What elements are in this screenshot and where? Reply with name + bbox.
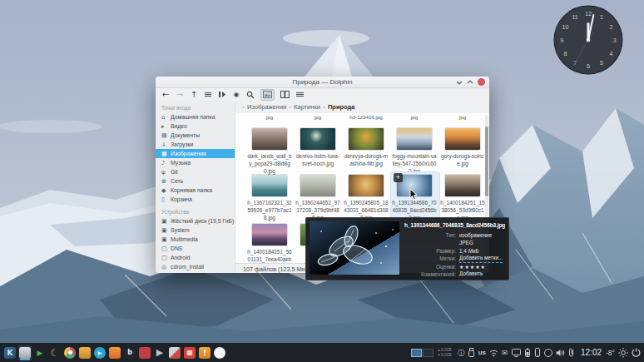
clipped-filename: jpg — [247, 114, 292, 121]
devices-header: Устройства — [161, 209, 235, 215]
keyboard-layout[interactable]: us — [478, 349, 486, 357]
svg-text:3: 3 — [613, 37, 617, 44]
git-icon: ψ — [161, 169, 171, 176]
breadcrumb-pictures[interactable]: Изображения — [247, 103, 286, 111]
app-launcher-icon[interactable]: K — [3, 345, 17, 360]
flame-doc-icon[interactable] — [108, 345, 121, 360]
sidebar-item-home[interactable]: ⌂Домашняя папка — [156, 112, 235, 121]
sidebar-item-documents[interactable]: ▤Документы — [156, 131, 235, 140]
sidebar-item-git[interactable]: ψGit — [156, 167, 235, 176]
pdf-app-icon[interactable] — [138, 345, 151, 360]
file-item[interactable]: derevya-doroga-mashina-filtr.jpg — [344, 128, 389, 167]
usb-tray-icon[interactable] — [468, 348, 475, 357]
phone-tray-icon[interactable] — [534, 348, 542, 357]
back-icon[interactable]: ← — [161, 90, 170, 100]
sidebar-item-downloads[interactable]: ↓Загрузки — [156, 140, 235, 149]
warning-app-icon[interactable]: ! — [198, 345, 211, 360]
up-icon[interactable]: ↑ — [190, 90, 198, 100]
sidebar-item-android[interactable]: ▢Android — [156, 253, 235, 262]
disk-icon: ▣ — [161, 227, 171, 234]
breadcrumb-kartinki[interactable]: Картинки — [294, 103, 320, 111]
mail-tray-icon[interactable]: ✉ — [501, 349, 508, 357]
screwdriver-icon[interactable] — [168, 345, 181, 360]
toolbar: ← → ↑ ◉ — [156, 88, 489, 101]
device-icon: ▢ — [161, 245, 171, 252]
sidebar-item-harddisk[interactable]: ▣Жёсткий диск (19,5 ГиБ) — [156, 216, 235, 226]
file-item[interactable]: foggy-mountain-valley-547-2560x1600.jpg — [392, 128, 437, 175]
mouse-cursor — [409, 189, 419, 201]
desktop-2[interactable] — [423, 349, 433, 357]
file-item[interactable]: h_1390245805_1843031_66481d3088.jpg — [344, 175, 389, 221]
file-item[interactable]: h_1400184251_5601131_7eea40aeb2.jpg — [247, 224, 292, 263]
crescent-app-icon[interactable]: ☾ — [48, 345, 62, 360]
menu-icon[interactable] — [295, 90, 304, 100]
basket-app-icon[interactable] — [78, 345, 92, 360]
split-view-icon[interactable] — [218, 90, 226, 100]
brightness-sun-icon[interactable] — [618, 348, 628, 358]
chromium-icon[interactable] — [63, 345, 77, 360]
network-speed-monitor[interactable]: ▴ 0.00B ▾ 0.00B — [438, 348, 451, 357]
close-button[interactable] — [478, 78, 485, 86]
task-file-manager-icon[interactable] — [18, 345, 32, 360]
desktop-1[interactable] — [411, 349, 422, 357]
lamp-app-icon[interactable] — [213, 345, 226, 360]
sidebar-item-videos[interactable]: ▸Видео — [156, 121, 235, 131]
details-view-icon[interactable] — [204, 90, 212, 100]
sidebar-item-network[interactable]: ⊕Сеть — [156, 176, 235, 186]
display-tray-icon[interactable] — [512, 349, 521, 357]
thumbnails-toggle-icon[interactable] — [260, 89, 275, 101]
volume-tray-icon[interactable] — [556, 349, 565, 357]
maximize-button[interactable] — [467, 79, 473, 86]
telegram-icon[interactable]: ▶ — [93, 345, 107, 360]
power-icon[interactable] — [632, 348, 641, 357]
network-icon: ⊕ — [161, 178, 171, 185]
document-icon: ▤ — [161, 132, 171, 139]
wifi-tray-icon[interactable] — [489, 349, 498, 357]
places-panel: Точки входа ⌂Домашняя папка ▸Видео ▤Доку… — [156, 101, 235, 273]
add-tags-link[interactable]: Добавить метки... — [459, 255, 503, 263]
send-arrow-icon[interactable]: ▶ — [153, 345, 166, 360]
clipboard-tray-icon[interactable] — [567, 348, 575, 357]
sidebar-item-system[interactable]: ▣System — [156, 226, 235, 235]
file-item[interactable]: dark_lands_wall_by_popa29-d8id8g0.jpg — [247, 128, 292, 175]
sidebar-item-trash[interactable]: ▯Корзина — [156, 195, 235, 204]
forward-icon[interactable]: → — [176, 90, 184, 100]
clipped-filename: jpg — [440, 114, 485, 121]
clipped-filename: hd-123416.jpg — [344, 114, 389, 121]
sidebar-item-dns[interactable]: ▢DNS — [156, 244, 235, 253]
breadcrumb-priroda[interactable]: Природа — [328, 103, 355, 111]
file-item[interactable]: derevo-holm-luna-svet-noch.jpg — [295, 128, 340, 167]
file-item[interactable]: h_1400184251_1538056_53d9f80c1e.jpg — [440, 175, 485, 221]
rating-label: Оценка: — [404, 263, 456, 271]
weather-temperature[interactable]: -8° — [606, 349, 615, 357]
updates-ok-tray-icon[interactable]: ✓ — [544, 349, 552, 357]
sidebar-item-multimedia[interactable]: ▣Multimedia — [156, 235, 235, 244]
titlebar[interactable]: Природа — Dolphin — [156, 77, 489, 88]
sidebar-item-root[interactable]: ◆Корневая папка — [156, 186, 235, 195]
media-player-icon[interactable]: ▶ — [33, 345, 47, 360]
info-tray-icon[interactable]: ⓘ — [458, 349, 465, 357]
database-coin-icon[interactable]: b — [123, 345, 136, 360]
search-icon[interactable] — [246, 90, 255, 100]
select-toggle-button[interactable]: + — [394, 173, 403, 182]
sidebar-item-pictures[interactable]: ▦Изображения — [156, 149, 235, 158]
file-item[interactable]: h_1367162321_3259926_e977b7ac18.jpg — [247, 175, 292, 221]
sidebar-item-cdrom[interactable]: ◎cdrom_install — [156, 262, 235, 271]
scrollbar-thumb[interactable] — [485, 126, 488, 196]
minimize-button[interactable] — [456, 79, 463, 86]
battery-tray-icon[interactable] — [523, 348, 531, 357]
preview-icon[interactable]: ◉ — [232, 90, 240, 100]
file-item[interactable]: h_1390244652_9717208_379d9bf488.jpg — [295, 175, 340, 221]
thumbnail — [252, 128, 287, 150]
sidebar-item-music[interactable]: ♪Музыка — [156, 158, 235, 167]
virtual-desktop-pager[interactable] — [411, 349, 433, 357]
rating-stars[interactable]: ★★★★★ — [459, 263, 486, 271]
split-columns-icon[interactable] — [280, 90, 290, 100]
add-comment-link[interactable]: Добавить комментарий... — [459, 270, 505, 276]
upload-arrow-icon: ▴ — [438, 348, 439, 352]
places-header: Точки входа — [161, 105, 235, 111]
digital-clock[interactable]: 12:02 — [581, 348, 602, 357]
comment-label: Комментарий: — [404, 270, 456, 276]
file-item[interactable]: gory-doroga-solnce.jpg — [440, 128, 485, 167]
red-grid-app-icon[interactable]: ▦ — [183, 345, 196, 360]
